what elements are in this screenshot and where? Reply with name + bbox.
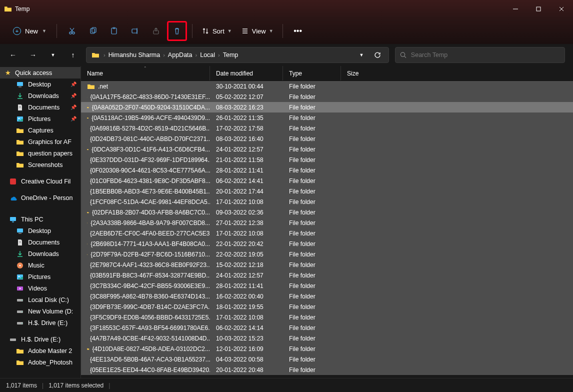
view-label: View	[252, 28, 266, 35]
table-row[interactable]: {0DCA38F3-0D1C-41F6-A413-C6D6CFB4...24-0…	[81, 144, 573, 154]
sidebar-item[interactable]: Downloads	[0, 248, 80, 260]
forward-button[interactable]: →	[24, 46, 42, 64]
cut-button[interactable]	[62, 21, 82, 41]
sidebar-item[interactable]: Downloads📌	[0, 90, 80, 102]
table-row[interactable]: {2E7987C4-AAF1-4323-86C8-8EB0F92F23...15…	[81, 260, 573, 270]
breadcrumb-item[interactable]: Local	[198, 52, 217, 58]
sidebar-item[interactable]: question papers	[0, 148, 80, 159]
file-name: {3D9FB73E-999C-4DB7-B14C-D2AE3FC7A...	[90, 304, 210, 310]
table-row[interactable]: {1B5EBB0B-ABD3-4E73-9E6E-B400B45B1...20-…	[81, 186, 573, 196]
sidebar-item[interactable]: H.$. Drive (E:)	[0, 317, 80, 328]
table-row[interactable]: {1FCF08FC-51DA-4CAE-9981-44EF8DCA5...17-…	[81, 196, 573, 207]
more-button[interactable]: •••	[288, 21, 308, 41]
paste-button[interactable]	[104, 21, 124, 41]
sidebar-item[interactable]: Documents📌	[0, 102, 80, 113]
table-row[interactable]: {4D10DA8E-0827-45D8-ADEA-03102DC2...12-0…	[81, 344, 573, 354]
table-row[interactable]: {0A69816B-5278-4D2C-8519-4D21C5646B...17…	[81, 123, 573, 134]
copy-button[interactable]	[83, 21, 103, 41]
sidebar-removable-drive[interactable]: H.$. Drive (E:)	[0, 334, 80, 345]
sort-button[interactable]: Sort ▼	[198, 24, 236, 38]
sidebar-item[interactable]: Local Disk (C:)	[0, 294, 80, 306]
sidebar-item[interactable]: OneDrive - Person	[0, 192, 80, 204]
folder-icon	[87, 346, 90, 352]
separator: |	[42, 382, 44, 389]
table-row[interactable]: .net30-10-2021 00:44File folder	[81, 81, 573, 92]
address-bar[interactable]: › Himanshu Sharma › AppData › Local › Te…	[86, 47, 389, 63]
table-row[interactable]: {01C0FBD6-4623-4381-9E8C-DF3D5ABF8...06-…	[81, 176, 573, 186]
view-button[interactable]: View ▼	[237, 24, 278, 38]
recent-button[interactable]: ▼	[44, 46, 62, 64]
sidebar-item[interactable]: Documents	[0, 236, 80, 248]
table-row[interactable]: {3F18553C-657F-4A93-BF54-66991780AE6...0…	[81, 322, 573, 333]
sidebar-item[interactable]: Desktop	[0, 225, 80, 236]
share-button[interactable]	[146, 21, 166, 41]
table-row[interactable]: {2A3A338B-9866-4BAB-9A79-8F007CBD8...27-…	[81, 218, 573, 228]
sidebar-quick-access[interactable]: ★ Quick access	[0, 67, 80, 78]
file-date: 28-01-2022 11:41	[210, 282, 283, 290]
breadcrumb-item[interactable]: Temp	[221, 52, 240, 58]
removable-label: H.$. Drive (E:)	[21, 336, 60, 343]
sidebar-item[interactable]: Pictures	[0, 271, 80, 282]
column-date[interactable]: Date modified	[210, 66, 283, 80]
column-size[interactable]: Size	[341, 66, 381, 80]
file-type: File folder	[283, 114, 341, 122]
file-type: File folder	[283, 356, 341, 363]
file-name: {1FCF08FC-51DA-4CAE-9981-44EF8DCA5...	[90, 198, 210, 206]
sidebar-item[interactable]: Graphics for AF	[0, 136, 80, 148]
folder-icon	[87, 146, 88, 153]
svg-rect-29	[12, 222, 14, 222]
folder-icon	[87, 220, 88, 226]
table-row[interactable]: {0F020308-90C4-4621-8C53-4CE7775A6A...28…	[81, 165, 573, 176]
table-row[interactable]: {02DFA1B8-2B07-4D03-AFBB-8A6BC7C0...09-0…	[81, 207, 573, 218]
breadcrumb-item[interactable]: AppData	[166, 52, 194, 58]
new-button[interactable]: + New ▼	[8, 24, 52, 38]
minimize-button[interactable]	[504, 0, 527, 18]
back-button[interactable]: ←	[4, 46, 22, 64]
table-row[interactable]: {0A5118AC-19B5-4996-ACFE-4940439D9...26-…	[81, 112, 573, 123]
maximize-button[interactable]	[527, 0, 550, 18]
close-button[interactable]	[550, 0, 573, 18]
breadcrumb-item[interactable]: Himanshu Sharma	[106, 52, 162, 58]
this-pc-label: This PC	[21, 216, 43, 223]
table-row[interactable]: {3C88F995-A862-4B78-B360-4E6374D143...16…	[81, 291, 573, 302]
up-button[interactable]: ↑	[64, 46, 82, 64]
search-box[interactable]	[395, 47, 565, 63]
sidebar-item[interactable]: Pictures📌	[0, 113, 80, 124]
folder-icon	[87, 83, 95, 90]
table-row[interactable]: {4A7B7A49-0CBE-4F42-9032-5141008D4D...10…	[81, 333, 573, 344]
file-date: 04-03-2022 00:58	[210, 356, 283, 363]
sidebar-this-pc[interactable]: This PC	[0, 214, 80, 225]
table-row[interactable]: {4EE13AD6-5B0B-46A7-ACA3-0B1A55237...04-…	[81, 354, 573, 364]
table-row[interactable]: {0A8A052D-2F07-450D-9204-31510C4DA...08-…	[81, 102, 573, 112]
sidebar-item[interactable]: Adobe_Photosh	[0, 356, 80, 368]
table-row[interactable]: {3F5C9DF9-ED0B-4056-BBBD-64331725E5...17…	[81, 312, 573, 322]
column-type[interactable]: Type	[283, 66, 341, 80]
sidebar-item[interactable]: New Volume (D:	[0, 306, 80, 317]
folder-icon	[87, 104, 89, 111]
sidebar-item[interactable]: Creative Cloud Fil	[0, 176, 80, 187]
sidebar-item[interactable]: Desktop📌	[0, 78, 80, 90]
table-row[interactable]: {0D24DB73-081C-440C-ABBD-D70FC2371...08-…	[81, 134, 573, 144]
sidebar-item[interactable]: Captures	[0, 124, 80, 136]
file-date: 09-03-2022 02:36	[210, 209, 283, 216]
table-row[interactable]: {2D79F79A-D2FB-42F7-BC6D-1516B6710...22-…	[81, 249, 573, 260]
search-input[interactable]	[411, 52, 560, 58]
sidebar-item[interactable]: Videos	[0, 282, 80, 294]
table-row[interactable]: {05EE1E25-EED4-44C0-8FAB-E49BD39420...20…	[81, 364, 573, 375]
addr-dropdown-button[interactable]: ▼	[354, 46, 368, 64]
sidebar-item[interactable]: Screenshots	[0, 159, 80, 170]
table-row[interactable]: {3C7B334C-9B4C-42CF-BB55-93006E3E9...28-…	[81, 280, 573, 291]
table-row[interactable]: {2AEB6D7E-CF0C-4FA0-BEED-277CAC5E3...17-…	[81, 228, 573, 238]
column-name[interactable]: ˄ Name	[81, 66, 210, 80]
rename-button[interactable]	[125, 21, 145, 41]
table-row[interactable]: {2B698D14-7771-41A3-AAA1-BF4B08CA0...22-…	[81, 238, 573, 249]
table-row[interactable]: {03B591FB-B8C3-467F-8534-328774E9BD...24…	[81, 270, 573, 280]
delete-button[interactable]	[167, 21, 187, 41]
table-row[interactable]: {0E337DDD-031D-4F32-969F-1DFD189964...21…	[81, 154, 573, 165]
refresh-button[interactable]	[370, 46, 384, 64]
sidebar-item-label: Local Disk (C:)	[28, 296, 69, 304]
sidebar-item[interactable]: Music	[0, 260, 80, 271]
sidebar-item[interactable]: Adobe Master 2	[0, 345, 80, 356]
table-row[interactable]: {3D9FB73E-999C-4DB7-B14C-D2AE3FC7A...18-…	[81, 302, 573, 312]
table-row[interactable]: {0A1A17F5-682C-4833-86D0-71430E31EF...05…	[81, 92, 573, 102]
